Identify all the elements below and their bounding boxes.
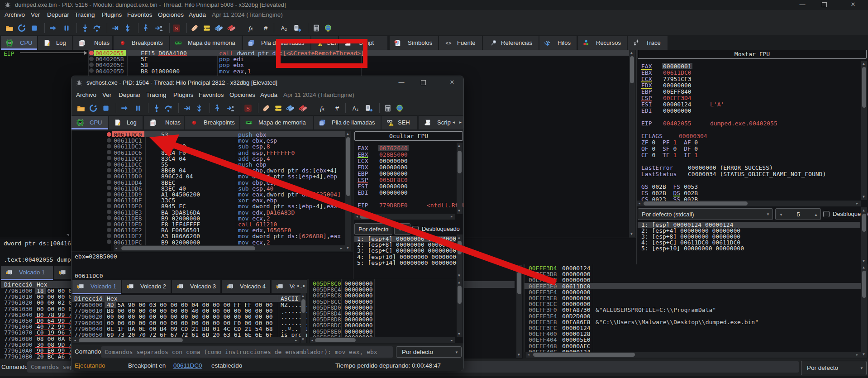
menu-plugins[interactable]: Plugins [173,91,193,98]
tab-log[interactable]: Log [109,116,143,129]
stack-row[interactable]: 005DF8D000000000 [309,305,464,311]
register-row[interactable]: EDX00000000 [353,164,464,171]
tab-hilos[interactable]: Hilos [539,36,577,50]
scroll-up-arrow[interactable]: ▲ [347,132,349,136]
command-input[interactable]: Comandos separados con coma (como instru… [101,346,393,358]
scroll-down-arrow[interactable]: ▼ [347,246,349,250]
disasm-row[interactable]: 00611DC683E4 F0and esp,FFFFFFF0 [72,149,345,155]
register-row[interactable]: EBX00611DC0 [637,70,868,76]
tab-seh[interactable]: !SEH [382,116,417,129]
stack-row[interactable]: 005DF8E000000000 [309,329,464,335]
stack-row[interactable]: 00EFF40000000128 [525,331,861,337]
comment-icon[interactable] [274,104,282,112]
disasm-row[interactable]: 00611DF7A3 B86A6200mov dword ptr ds:[626… [72,233,345,239]
hash-icon[interactable]: # [333,104,341,112]
row-dot[interactable] [107,144,111,148]
register-row[interactable]: ESP00EFF3D4 [637,95,868,101]
dump-tab-3[interactable]: Volcado 3 [172,280,220,293]
labels-red-icon[interactable] [227,24,235,32]
menu-favoritos[interactable]: Favoritos [199,91,224,98]
tab-pila-de-llamadas[interactable]: Pila de llamadas [314,116,381,129]
row-dot[interactable] [107,186,111,190]
register-row[interactable]: EDI00000000 [353,190,464,196]
breakpoint-dot[interactable] [107,132,111,137]
minimize-button[interactable]: — [395,79,408,86]
register-row[interactable]: LastStatusC0000034 (STATUS_OBJECT_NAME_N… [637,171,868,177]
step-into-icon[interactable] [81,24,89,32]
tab-referencias[interactable]: Referencias [483,36,539,50]
register-row[interactable]: ECX00000000 [353,158,464,164]
disasm-row[interactable]: 00611DDE33C5xor eax,ebp [72,197,345,203]
scroll-left-arrow[interactable]: ◄ [527,353,529,357]
stop-icon[interactable] [102,104,110,112]
disasm-row[interactable]: 00611DF2BA E0056501mov edx,16505E0 [72,227,345,233]
argument-row[interactable]: 5: [esp+10] 00000000 00000000 [637,245,868,251]
disasm-row[interactable]: 0040205DB8 01000000mov eax,1 [0,68,629,74]
inner-dump-vscrollbar[interactable]: ▲▼ [300,293,306,343]
menu-depurar[interactable]: Depurar [47,11,69,18]
script-s-icon[interactable]: S [172,24,181,32]
disasm-row[interactable]: 00611DE08945 FCmov dword ptr ss:[ebp-4],… [72,203,345,209]
tabs-prev-button[interactable]: ◄ [451,116,457,129]
inner-disasm-hscrollbar[interactable]: ◄► [114,245,345,251]
menu-ayuda[interactable]: Ayuda [260,91,277,98]
comment-icon[interactable] [203,24,211,32]
main-dump-vscrollbar[interactable]: ▲▼ [516,265,522,358]
skip-next-icon[interactable] [111,24,119,32]
tab-log[interactable]: Log [38,36,72,50]
run-to-return-icon[interactable] [124,24,132,32]
row-dot[interactable] [107,228,111,232]
menu-opciones[interactable]: Opciones [158,11,184,18]
scroll-right-arrow[interactable]: ► [856,202,858,206]
stack-row[interactable]: 00EFF3F000FA8730&"ALLUSERSPROFILE=C:\\Pr… [525,307,861,313]
register-row[interactable]: EBP00000000 [353,171,464,177]
disasm-row[interactable]: 00402055FF15 D06A4100call dword ptr ds:[… [0,50,629,56]
disasm-row[interactable]: 00611DD9A1 04506200mov eax,dword ptr ds:… [72,191,345,197]
menu-tracing[interactable]: Tracing [146,91,167,98]
font-az-icon[interactable]: Az [351,104,359,112]
argument-row[interactable]: 3: [esp+C] 00000000 00000000 [353,248,464,254]
inner-registers-vscrollbar[interactable]: ▲▼ [457,143,463,214]
scroll-thumb[interactable] [301,299,305,313]
fx-icon[interactable]: fx [318,104,326,112]
inner-args-vscrollbar[interactable]: ▲▼ [457,234,463,279]
status-breakpoint-link[interactable]: 00611DC0 [173,362,202,369]
scroll-thumb[interactable] [517,272,521,294]
tab-seh[interactable]: !SEH [311,36,338,50]
run-to-user-code-icon[interactable] [226,104,234,112]
calling-convention-select[interactable]: Por defecto▼ [354,223,392,235]
dump-tab-1[interactable]: Volcado 1 [1,266,53,279]
stack-row[interactable]: 00EFF404000005E0 [525,337,861,343]
register-row[interactable]: EIP779D8DE0<ntdll.RtlUserThreadStart> [353,202,464,209]
menu-archivo[interactable]: Archivo [76,91,96,98]
menu-plugins[interactable]: Plugins [102,11,122,18]
register-row[interactable]: EDI00000000 [637,108,868,114]
argument-row[interactable]: 1: [esp] 00000124 00000124 [637,222,868,228]
scroll-up-arrow[interactable]: ▲ [863,266,865,269]
register-row[interactable]: EFLAGS00000304 [637,133,868,139]
scroll-up-arrow[interactable]: ▲ [458,236,460,239]
row-dot[interactable] [107,192,111,196]
stack-row[interactable]: 00EFF3E000611DC0 [525,283,861,289]
row-dot[interactable] [107,150,111,154]
restart-icon[interactable] [89,104,97,112]
scroll-left-arrow[interactable]: ◄ [311,339,313,342]
register-row[interactable]: OF0SF0DF0 [637,146,868,152]
scroll-up-arrow[interactable]: ▲ [458,144,460,148]
scroll-right-arrow[interactable]: ► [451,339,453,342]
menu-ver[interactable]: Ver [31,11,40,18]
execute-till-return-icon[interactable] [213,104,221,112]
tab-trace[interactable]: Trace [628,36,668,50]
main-args-vscrollbar[interactable]: ▲▼ [861,207,867,264]
scroll-up-arrow[interactable]: ▲ [518,267,520,270]
row-dot[interactable] [107,215,111,220]
command-profile-select[interactable]: Por defecto▼ [396,346,462,358]
open-folder-icon[interactable] [77,104,85,112]
step-into-icon[interactable] [153,104,161,112]
disasm-row[interactable]: 00611DE3BA 3DA816DAmov edx,DA16A83D [72,209,345,215]
dump-tab-4[interactable]: Volcado 4 [222,280,270,293]
scroll-up-arrow[interactable]: ▲ [630,51,633,55]
scroll-down-arrow[interactable]: ▼ [863,353,865,356]
scroll-thumb[interactable] [458,286,462,304]
menu-ver[interactable]: Ver [102,91,111,98]
